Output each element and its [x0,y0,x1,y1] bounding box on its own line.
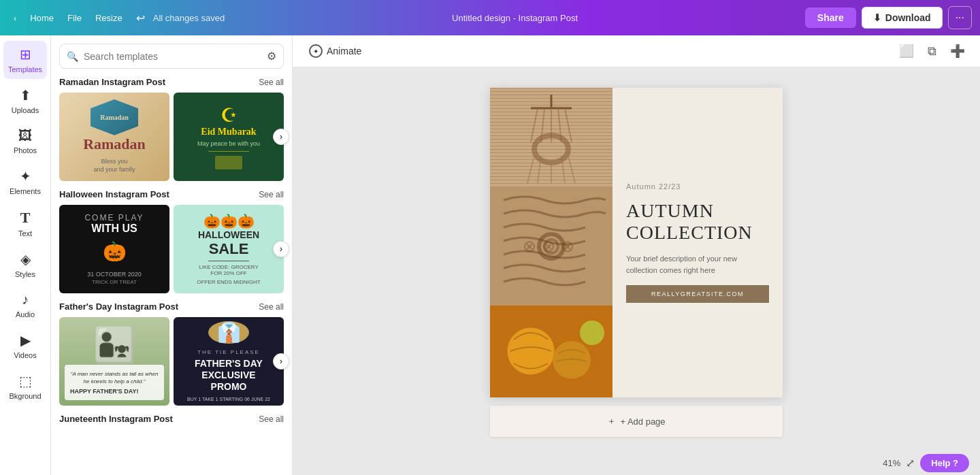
person-silhouette: 👨‍👧 [93,328,135,362]
download-icon: ⬇ [873,12,881,23]
svg-rect-0 [490,88,612,186]
svg-line-6 [558,108,561,142]
design-canvas[interactable]: Autumn 22/23 AUTUMN COLLECTION Your brie… [490,88,783,397]
frame-icon: ⬜ [899,44,914,58]
zoom-level: 41% [883,458,900,468]
halloween-template-row: COME PLAY WITH US 🎃 31 OCTOBER 2020 TRIC… [59,205,284,293]
ramadan-see-all[interactable]: See all [259,78,284,87]
svg-line-13 [568,156,575,183]
add-page-button[interactable]: ＋ + Add page [490,406,783,437]
fathers-section-header: Father's Day Instagram Post See all [59,301,284,312]
fd1-holiday: HAPPY FATHER'S DAY! [70,388,159,395]
halloween-template-2[interactable]: 🎃🎃🎃 HALLOWEEN SALE LIKE CODE: GROCERYFOR… [174,205,284,293]
svg-line-3 [531,108,538,142]
fathers-template-row: 👨‍👧 "A man never stands as tall as when … [59,317,284,406]
tools-sidebar: ⊞ Templates ⬆ Uploads 🖼 Photos ✦ Element… [0,35,51,475]
sidebar-item-audio[interactable]: ♪ Audio [3,286,47,324]
eid-title: Eid Mubarak [201,127,256,137]
ramadan-section-header: Ramadan Instagram Post See all [59,77,284,87]
resize-label: Resize [95,13,122,23]
fathers-scroll-arrow[interactable]: › [273,353,289,370]
duplicate-button[interactable]: ⧉ [924,42,941,61]
main-layout: ⊞ Templates ⬆ Uploads 🖼 Photos ✦ Element… [0,35,980,475]
styles-icon: ◈ [20,251,31,267]
svg-line-4 [541,108,544,142]
halloween-see-all[interactable]: See all [259,190,284,199]
undo-icon: ↩ [136,12,145,24]
add-button[interactable]: ➕ [946,41,969,61]
svg-point-16 [544,240,558,253]
topbar-nav: ‹ Home File Resize ↩ All changes saved [8,9,225,27]
canvas-toolbar: ✦ Animate ⬜ ⧉ ➕ [293,35,980,67]
share-button[interactable]: Share [805,7,856,28]
autumn-season: Autumn 22/23 [626,182,769,191]
hw1-title: WITH US [91,223,137,235]
halloween-template-1[interactable]: COME PLAY WITH US 🎃 31 OCTOBER 2020 TRIC… [59,205,169,293]
sidebar-item-elements[interactable]: ✦ Elements [3,163,47,201]
filter-icon[interactable]: ⚙ [267,50,276,63]
resize-button[interactable]: Resize [90,10,128,26]
fd2-subtitle: THE TIE PLEASE [197,349,260,355]
sidebar-item-styles[interactable]: ◈ Styles [3,246,47,284]
svg-line-7 [565,108,572,142]
topbar-right: Share ⬇ Download ··· [805,6,972,29]
ramadan-template-2[interactable]: ☪ Eid Mubarak May peace be with you [174,93,284,181]
chevron-left-icon: ‹ [14,13,16,23]
canvas-wrapper: Autumn 22/23 AUTUMN COLLECTION Your brie… [476,67,796,475]
ramadan-template-1[interactable]: Ramadan Ramadan Bless youand your family [59,93,169,181]
videos-icon: ▶ [20,332,31,348]
undo-button[interactable]: ↩ [131,9,150,27]
frame-button[interactable]: ⬜ [895,41,918,61]
file-button[interactable]: File [62,10,87,26]
bottom-bar: 41% ⤢ Help ? [344,451,980,475]
juneteenth-section-header: Juneteenth Instagram Post See all [59,414,284,424]
sidebar-item-bkground[interactable]: ⬚ Bkground [3,367,47,406]
svg-rect-14 [490,186,612,306]
sidebar-item-photos[interactable]: 🖼 Photos [3,122,47,160]
hw2-title: HALLOWEEN [198,229,259,240]
svg-point-15 [539,234,564,259]
ramadan-section-title: Ramadan Instagram Post [59,77,165,87]
expand-icon[interactable]: ⤢ [906,457,915,470]
svg-line-10 [538,156,541,183]
ramadan-scroll-arrow[interactable]: › [273,129,289,145]
bkground-icon: ⬚ [19,373,32,389]
svg-point-8 [534,135,568,163]
fathers-section-title: Father's Day Instagram Post [59,301,178,312]
text-icon: T [20,209,31,227]
download-button[interactable]: ⬇ Download [862,7,943,29]
more-options-button[interactable]: ··· [948,6,972,29]
sidebar-item-videos[interactable]: ▶ Videos [3,327,47,365]
halloween-section-title: Halloween Instagram Post [59,189,169,199]
ramadan-subtitle: Bless youand your family [93,157,135,174]
sidebar-item-text[interactable]: T Text [3,203,47,243]
add-page-icon: ＋ [607,415,616,427]
animate-button[interactable]: ✦ Animate [304,42,367,61]
halloween-scroll-arrow[interactable]: › [273,241,289,257]
hw1-top-text: COME PLAY [84,213,144,223]
juneteenth-see-all[interactable]: See all [259,414,284,424]
back-button[interactable]: ‹ [8,10,22,26]
svg-line-12 [561,156,565,183]
fathers-see-all[interactable]: See all [259,302,284,312]
hw1-date: 31 OCTOBER 2020 [87,271,141,278]
svg-point-20 [553,341,591,379]
help-button[interactable]: Help ? [920,454,969,472]
saved-status: All changes saved [153,13,225,23]
search-input[interactable] [84,51,261,62]
fathers-template-1[interactable]: 👨‍👧 "A man never stands as tall as when … [59,317,169,406]
hw2-details: LIKE CODE: GROCERYFOR 20% OFF [199,264,258,276]
hw2-sale: SALE [209,240,249,258]
juneteenth-section-title: Juneteenth Instagram Post [59,414,173,424]
sidebar-item-uploads[interactable]: ⬆ Uploads [3,82,47,120]
fathers-template-2[interactable]: 👔 THE TIE PLEASE FATHER'S DAYEXCLUSIVEPR… [174,317,284,406]
home-button[interactable]: Home [24,10,59,26]
document-title: Untitled design - Instagram Post [452,13,578,23]
sidebar-item-templates[interactable]: ⊞ Templates [3,41,47,79]
audio-icon: ♪ [22,292,29,308]
elements-icon: ✦ [20,168,31,184]
file-label: File [67,13,82,23]
svg-line-9 [527,156,534,183]
autumn-title: AUTUMN COLLECTION [626,200,769,244]
animate-icon: ✦ [309,44,323,58]
